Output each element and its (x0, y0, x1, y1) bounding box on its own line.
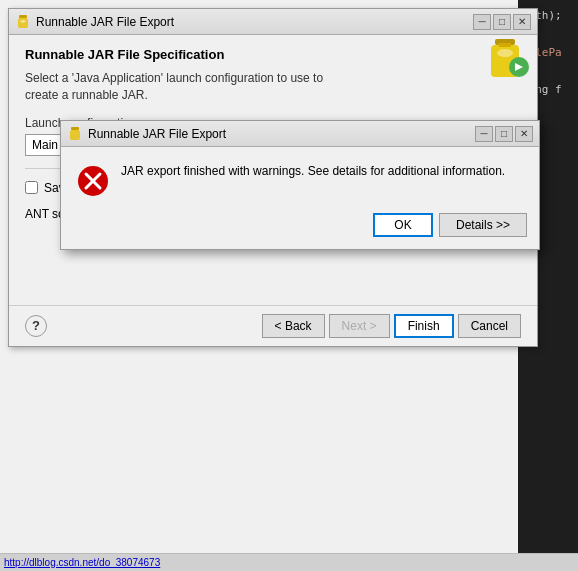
main-dialog-title: Runnable JAR File Export (36, 15, 174, 29)
svg-point-4 (497, 49, 513, 57)
warning-titlebar-left: Runnable JAR File Export (67, 126, 226, 142)
finish-button[interactable]: Finish (394, 314, 454, 338)
warning-dialog-title: Runnable JAR File Export (88, 127, 226, 141)
footer-right: < Back Next > Finish Cancel (262, 314, 521, 338)
warning-dialog-titlebar: Runnable JAR File Export ─ □ ✕ (61, 121, 539, 147)
warning-footer: OK Details >> (61, 205, 539, 249)
back-button[interactable]: < Back (262, 314, 325, 338)
titlebar-buttons: ─ □ ✕ (473, 14, 531, 30)
warning-close-button[interactable]: ✕ (515, 126, 533, 142)
footer-left: ? (25, 315, 47, 337)
ok-button[interactable]: OK (373, 213, 433, 237)
cancel-button[interactable]: Cancel (458, 314, 521, 338)
next-button[interactable]: Next > (329, 314, 390, 338)
help-button[interactable]: ? (25, 315, 47, 337)
jar-icon-area (481, 35, 529, 83)
svg-rect-0 (19, 15, 27, 18)
minimize-button[interactable]: ─ (473, 14, 491, 30)
dialog-jar-icon (15, 14, 31, 30)
close-button[interactable]: ✕ (513, 14, 531, 30)
ant-script-checkbox[interactable] (25, 181, 38, 194)
error-icon (77, 165, 109, 197)
warning-maximize-button[interactable]: □ (495, 126, 513, 142)
warning-body: JAR export finished with warnings. See d… (61, 147, 539, 205)
jar-graphic (481, 35, 529, 83)
status-url: http://dlblog.csdn.net/do_38074673 (4, 557, 160, 568)
svg-rect-5 (499, 43, 511, 47)
spec-desc: Select a 'Java Application' launch confi… (25, 70, 345, 104)
warning-titlebar-buttons: ─ □ ✕ (475, 126, 533, 142)
status-bar: http://dlblog.csdn.net/do_38074673 (0, 553, 578, 571)
maximize-button[interactable]: □ (493, 14, 511, 30)
svg-rect-8 (71, 127, 79, 130)
svg-rect-9 (70, 130, 80, 140)
warning-message: JAR export finished with warnings. See d… (121, 163, 505, 180)
main-dialog-titlebar: Runnable JAR File Export ─ □ ✕ (9, 9, 537, 35)
spec-title: Runnable JAR File Specification (25, 47, 521, 62)
warning-minimize-button[interactable]: ─ (475, 126, 493, 142)
warning-dialog-jar-icon (67, 126, 83, 142)
dialog-footer: ? < Back Next > Finish Cancel (9, 305, 537, 346)
titlebar-left: Runnable JAR File Export (15, 14, 174, 30)
warning-dialog: Runnable JAR File Export ─ □ ✕ JAR expor… (60, 120, 540, 250)
details-button[interactable]: Details >> (439, 213, 527, 237)
